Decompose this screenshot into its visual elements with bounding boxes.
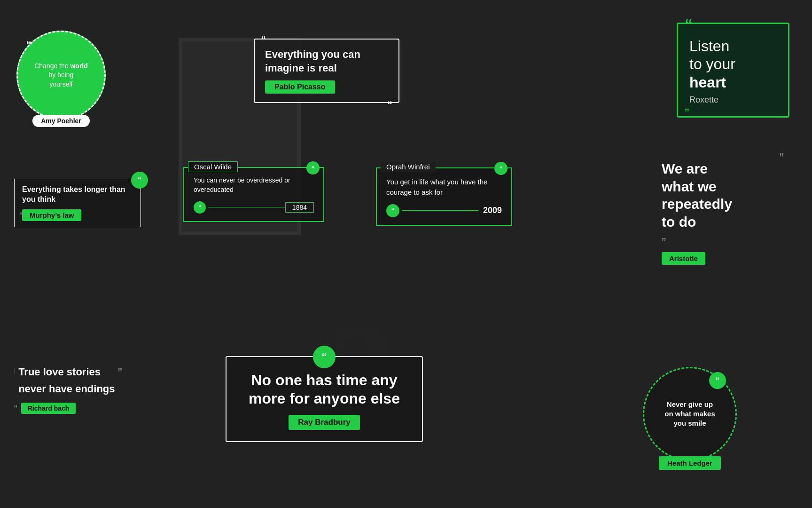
listen-heart-card: “ Listen to your heart Roxette ”	[677, 23, 789, 118]
oscar-wilde-card: Oscal Wilde “ You can never be overdress…	[183, 167, 324, 222]
true-love-quote-mark: ”	[118, 365, 122, 381]
amy-poehler-author: Amy Poehler	[32, 115, 90, 127]
quote-icon-amy: “	[26, 39, 31, 51]
listen-heart-quote: Listen to your heart	[689, 37, 777, 91]
quote-icon-oprah-tr: “	[494, 162, 508, 175]
heath-line1: Never give up	[667, 400, 713, 408]
heath-line3: you smile	[673, 419, 706, 427]
murphys-author: Murphy’s law	[22, 209, 81, 221]
heath-ledger-quote: Never give up on what makes you smile	[664, 400, 715, 429]
true-love-text: True love stories never have endings	[18, 365, 115, 400]
quote-icon-aristotle-bl: ”	[662, 235, 784, 250]
true-love-left-bar: |	[14, 367, 16, 374]
true-love-quote-bl: “	[14, 403, 17, 414]
aristotle-line1: We are	[662, 161, 708, 176]
oprah-connector	[402, 210, 478, 211]
amy-poehler-quote: Change the worldby beingyourself	[34, 62, 88, 89]
listen-line3: heart	[689, 74, 726, 91]
heath-line2: on what makes	[664, 410, 715, 418]
true-love-line1: True love stories	[18, 365, 115, 379]
pablo-picasso-card: “ Everything you can imagine is real ” P…	[254, 39, 399, 103]
quote-icon-aristotle-tl: ”	[780, 151, 784, 166]
listen-heart-author: Roxette	[689, 95, 777, 105]
ray-bradbury-card: “ No one has time any more for anyone el…	[226, 356, 423, 442]
oprah-year: 2009	[483, 206, 502, 215]
ray-line1: No one has time any	[251, 372, 397, 389]
bg-text-8: O	[517, 94, 590, 188]
ray-bradbury-quote: No one has time any more for anyone else	[241, 371, 408, 407]
bg-text-12: herbani	[376, 329, 689, 423]
aristotle-line2: what we	[662, 179, 717, 194]
oprah-card: Oprah Winfrei “ You get in life what you…	[376, 167, 512, 226]
quote-icon-oscar-tr: “	[306, 161, 320, 175]
aristotle-author: Aristotle	[662, 252, 705, 265]
heath-ledger-card: “ Never give up on what makes you smile …	[643, 367, 737, 461]
true-love-card: | True love stories never have endings ”…	[14, 365, 146, 414]
listen-line2: to your	[689, 56, 735, 72]
quote-icon-listen-br: ”	[685, 106, 689, 121]
aristotle-quote: We are what we repeatedly to do	[662, 160, 784, 230]
true-love-author-row: “ Richard bach	[14, 403, 146, 414]
quote-icon-oscar-bl: “	[194, 201, 206, 214]
oscar-year: 1884	[285, 202, 314, 213]
pablo-picasso-author: Pablo Picasso	[265, 80, 335, 94]
murphys-law-card: “ Everything takes longer than you think…	[14, 179, 141, 227]
ray-line2: more for anyone else	[249, 390, 400, 407]
oprah-quote: You get in life what you have the courag…	[386, 177, 502, 198]
aristotle-card: ” We are what we repeatedly to do ” Aris…	[662, 160, 784, 265]
oscar-connector	[208, 207, 285, 208]
quote-icon-ray-top: “	[313, 346, 336, 368]
oscar-wilde-author-label: Oscal Wilde	[188, 161, 238, 172]
quote-icon-murphy-bl: “	[19, 210, 23, 222]
quote-icon-oprah-bl: “	[386, 204, 399, 217]
oscar-year-line: “ 1884	[194, 201, 314, 214]
murphys-quote: Everything takes longer than you think	[22, 185, 133, 205]
pablo-picasso-quote: Everything you can imagine is real	[265, 48, 388, 75]
oprah-bottom-row: “ 2009	[386, 204, 502, 217]
quote-icon-listen-tl: “	[685, 16, 693, 34]
quote-icon-murphy: “	[131, 172, 148, 189]
true-love-quote-row: | True love stories never have endings ”	[14, 365, 146, 400]
amy-poehler-card: “ Change the worldby beingyourself Amy P…	[16, 31, 106, 120]
aristotle-line3: repeatedly	[662, 196, 732, 212]
ray-bradbury-author: Ray Bradbury	[289, 415, 359, 430]
quote-mark-picasso-tl: “	[261, 33, 265, 48]
oscar-wilde-quote: You can never be overdressed or overeduc…	[194, 175, 314, 195]
bg-text-9: the	[23, 235, 136, 320]
aristotle-line4: to do	[662, 214, 696, 230]
quote-icon-heath: “	[709, 372, 726, 389]
oprah-author-label: Oprah Winfrei	[381, 162, 436, 172]
heath-ledger-author: Heath Ledger	[659, 456, 721, 470]
amy-bold: world	[70, 62, 87, 70]
true-love-author: Richard bach	[21, 403, 76, 414]
true-love-line2: never have endings	[18, 382, 115, 396]
listen-line1: Listen	[689, 38, 729, 55]
quote-mark-picasso-br: ”	[388, 92, 392, 107]
